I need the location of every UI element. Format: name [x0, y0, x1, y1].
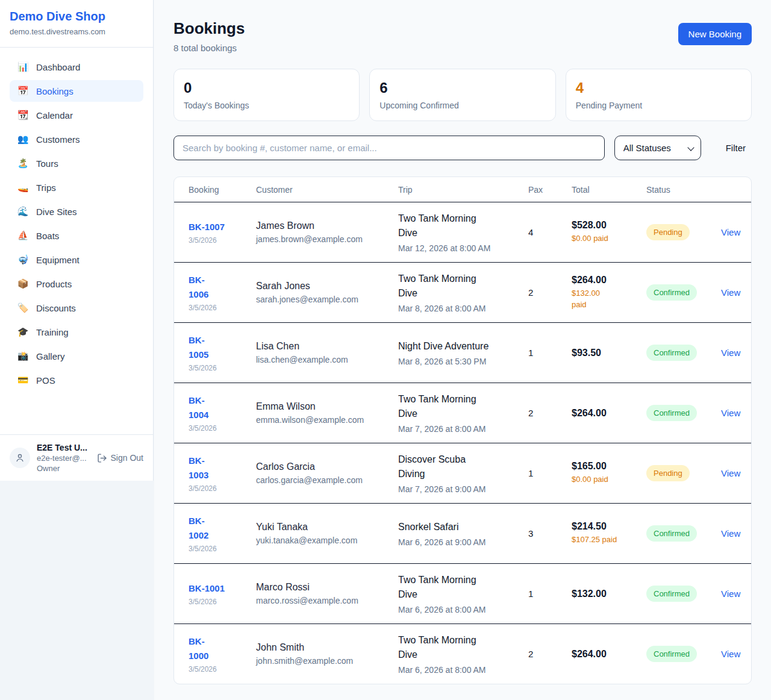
- booking-date: 3/5/2026: [189, 665, 256, 673]
- booking-date: 3/5/2026: [189, 304, 256, 312]
- sidebar-item-pos[interactable]: 💳 POS: [10, 369, 143, 391]
- total-amount: $264.00: [572, 275, 646, 286]
- sidebar-item-bookings[interactable]: 📅 Bookings: [10, 80, 143, 102]
- trip-cell: Night Dive Adventure Mar 8, 2026 at 5:30…: [398, 339, 528, 366]
- sidebar-item-boats[interactable]: ⛵ Boats: [10, 225, 143, 246]
- table-row: BK- 1000 3/5/2026 John Smith john.smith@…: [174, 623, 751, 684]
- table-header: Booking Customer Trip Pax Total Status: [174, 177, 751, 202]
- view-link[interactable]: View: [721, 468, 737, 478]
- total-cell: $132.00: [572, 589, 646, 599]
- booking-id-link[interactable]: BK- 1006: [189, 273, 256, 301]
- pax-count: 3: [528, 528, 572, 539]
- trip-name: Night Dive Adventure: [398, 339, 528, 354]
- trip-name: Two Tank Morning Dive: [398, 392, 528, 421]
- bookings-page: Demo Dive Shop demo.test.divestreams.com…: [0, 0, 771, 700]
- trip-cell: Two Tank Morning Dive Mar 6, 2026 at 8:0…: [398, 633, 528, 675]
- view-link[interactable]: View: [721, 348, 737, 358]
- trip-name: Discover Scuba Diving: [398, 452, 528, 481]
- sidebar-item-tours[interactable]: 🏝️ Tours: [10, 152, 143, 174]
- booking-id-link[interactable]: BK-1001: [189, 581, 256, 595]
- booking-id-link[interactable]: BK- 1004: [189, 393, 256, 422]
- booking-id-link[interactable]: BK- 1002: [189, 514, 256, 542]
- trip-datetime: Mar 7, 2026 at 8:00 AM: [398, 424, 528, 434]
- page-header-text: Bookings 8 total bookings: [173, 19, 245, 53]
- page-header: Bookings 8 total bookings New Booking: [173, 19, 752, 53]
- booking-id-link[interactable]: BK- 1005: [189, 333, 256, 361]
- customer-cell: Carlos Garcia carlos.garcia@example.com: [256, 461, 398, 485]
- sidebar-item-gallery[interactable]: 📸 Gallery: [10, 345, 143, 367]
- status-cell: Confirmed: [646, 345, 721, 361]
- customer-email: sarah.jones@example.com: [256, 295, 398, 304]
- paid-amount: $0.00 paid: [572, 233, 646, 245]
- booking-cell: BK-1007 3/5/2026: [189, 220, 256, 245]
- view-link[interactable]: View: [721, 408, 737, 418]
- table-row: BK- 1005 3/5/2026 Lisa Chen lisa.chen@ex…: [174, 322, 751, 383]
- customer-email: james.brown@example.com: [256, 234, 398, 244]
- stat-value: 6: [379, 80, 545, 96]
- table-row: BK-1001 3/5/2026 Marco Rossi marco.rossi…: [174, 563, 751, 623]
- col-total: Total: [572, 185, 646, 195]
- booking-date: 3/5/2026: [189, 364, 256, 372]
- filter-button[interactable]: Filter: [720, 143, 752, 153]
- sign-out-button[interactable]: Sign Out: [97, 453, 143, 463]
- booking-cell: BK- 1004 3/5/2026: [189, 393, 256, 433]
- sidebar-item-calendar[interactable]: 📆 Calendar: [10, 104, 143, 126]
- person-icon: [14, 452, 25, 463]
- trip-datetime: Mar 8, 2026 at 8:00 AM: [398, 304, 528, 313]
- sidebar-item-trips[interactable]: 🚤 Trips: [10, 177, 143, 198]
- sidebar-item-products[interactable]: 📦 Products: [10, 273, 143, 295]
- booking-id-link[interactable]: BK-1007: [189, 220, 256, 234]
- total-amount: $214.50: [572, 521, 646, 532]
- view-link[interactable]: View: [721, 528, 737, 539]
- trip-cell: Snorkel Safari Mar 6, 2026 at 9:00 AM: [398, 520, 528, 547]
- pos-icon: 💳: [17, 375, 29, 386]
- col-status: Status: [646, 185, 721, 195]
- sidebar-item-dashboard[interactable]: 📊 Dashboard: [10, 56, 143, 78]
- pax-count: 2: [528, 287, 572, 298]
- search-input[interactable]: [173, 136, 605, 160]
- sidebar-item-dive-sites[interactable]: 🌊 Dive Sites: [10, 201, 143, 222]
- view-link[interactable]: View: [721, 589, 737, 599]
- status-select[interactable]: All Statuses: [614, 136, 701, 160]
- booking-cell: BK- 1006 3/5/2026: [189, 273, 256, 312]
- view-link[interactable]: View: [721, 649, 737, 659]
- booking-id-link[interactable]: BK- 1000: [189, 634, 256, 663]
- customer-name: Carlos Garcia: [256, 461, 398, 472]
- customer-cell: Sarah Jones sarah.jones@example.com: [256, 281, 398, 304]
- sidebar-item-equipment[interactable]: 🤿 Equipment: [10, 249, 143, 270]
- trip-name: Two Tank Morning Dive: [398, 272, 528, 301]
- new-booking-button[interactable]: New Booking: [678, 23, 752, 45]
- table-row: BK- 1006 3/5/2026 Sarah Jones sarah.jone…: [174, 262, 751, 322]
- table-row: BK- 1004 3/5/2026 Emma Wilson emma.wilso…: [174, 383, 751, 443]
- user-email: e2e-tester@...: [37, 454, 90, 463]
- pax-count: 1: [528, 589, 572, 599]
- customer-cell: Yuki Tanaka yuki.tanaka@example.com: [256, 522, 398, 545]
- customer-name: Lisa Chen: [256, 341, 398, 352]
- booking-date: 3/5/2026: [189, 236, 256, 245]
- customer-email: yuki.tanaka@example.com: [256, 536, 398, 545]
- bookings-icon: 📅: [17, 86, 29, 96]
- view-link[interactable]: View: [721, 287, 737, 298]
- dashboard-icon: 📊: [17, 61, 29, 72]
- status-cell: Pending: [646, 224, 721, 240]
- gallery-icon: 📸: [17, 351, 29, 361]
- total-amount: $165.00: [572, 461, 646, 472]
- sidebar-item-discounts[interactable]: 🏷️ Discounts: [10, 297, 143, 319]
- view-link[interactable]: View: [721, 227, 737, 237]
- sidebar-item-training[interactable]: 🎓 Training: [10, 321, 143, 343]
- sidebar-item-customers[interactable]: 👥 Customers: [10, 128, 143, 150]
- status-cell: Confirmed: [646, 525, 721, 542]
- stat-card-upcoming-confirmed: 6Upcoming Confirmed: [369, 69, 555, 121]
- table-row: BK-1007 3/5/2026 James Brown james.brown…: [174, 202, 751, 262]
- total-bookings-count: 8 total bookings: [173, 43, 245, 53]
- total-amount: $93.50: [572, 348, 646, 358]
- sign-out-label: Sign Out: [111, 453, 143, 463]
- paid-amount: $107.25 paid: [572, 534, 646, 546]
- customer-email: lisa.chen@example.com: [256, 355, 398, 364]
- trips-icon: 🚤: [17, 182, 29, 193]
- status-cell: Pending: [646, 465, 721, 481]
- booking-id-link[interactable]: BK- 1003: [189, 454, 256, 482]
- col-pax: Pax: [528, 185, 572, 195]
- table-row: BK- 1003 3/5/2026 Carlos Garcia carlos.g…: [174, 443, 751, 503]
- col-customer: Customer: [256, 185, 398, 195]
